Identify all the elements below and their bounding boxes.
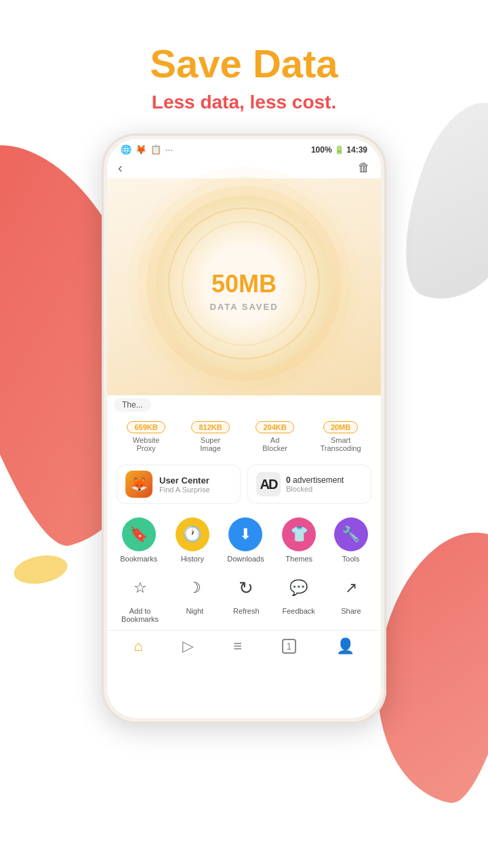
bookmarks-icon: 🔖 — [122, 517, 156, 551]
data-saved-label: DATA SAVED — [209, 302, 278, 312]
bookmarks-label: Bookmarks — [120, 555, 157, 563]
stat-label-super-image: SuperImage — [200, 436, 221, 452]
history-label: History — [181, 555, 204, 563]
status-icon-fox: 🦊 — [136, 144, 146, 155]
feedback-icon: 💬 — [283, 572, 314, 604]
browser-top-bar: ‹ 🗑 — [107, 157, 381, 178]
tab-chip[interactable]: The... — [114, 398, 151, 412]
stat-badge-ad-blocker: 204KB — [256, 421, 293, 433]
stat-badge-super-image: 812KB — [191, 421, 229, 433]
themes-icon: 👕 — [282, 517, 316, 551]
header-area: Save Data Less data, less cost. — [0, 0, 488, 113]
user-center-sub: Find A Surprise — [159, 486, 210, 494]
nav-menu[interactable]: ≡ — [233, 637, 242, 655]
ad-status: Blocked — [286, 485, 344, 493]
action-themes[interactable]: 👕 Themes — [282, 517, 316, 563]
tools-label: Tools — [342, 555, 360, 563]
data-saved-area: 50MB DATA SAVED — [107, 178, 381, 395]
phone-screen: 🌐 🦊 📋 ··· 100% 🔋 14:39 ‹ 🗑 50MB DAT — [107, 139, 381, 718]
downloads-icon: ⬇ — [228, 517, 262, 551]
downloads-label: Downloads — [227, 555, 264, 563]
nav-profile[interactable]: 👤 — [336, 637, 354, 655]
history-icon: 🕐 — [176, 517, 209, 551]
ad-count: 0 advertisement — [286, 475, 344, 485]
brush-stroke-top-right — [382, 90, 488, 318]
share-icon: ↗ — [336, 572, 367, 604]
back-button[interactable]: ‹ — [118, 160, 123, 176]
secondary-actions: ☆ Add toBookmarks ☽ Night ↻ Refresh 💬 Fe… — [107, 567, 381, 631]
stat-super-image: 812KB SuperImage — [191, 421, 229, 452]
action-history[interactable]: 🕐 History — [176, 517, 209, 563]
sec-share[interactable]: ↗ Share — [336, 572, 367, 623]
stat-smart-transcoding: 20MB SmartTranscoding — [320, 421, 361, 452]
action-bookmarks[interactable]: 🔖 Bookmarks — [120, 517, 157, 563]
data-amount: 50MB — [211, 256, 277, 299]
user-center-card[interactable]: 🦊 User Center Find A Surprise — [117, 465, 241, 504]
sec-night[interactable]: ☽ Night — [179, 572, 210, 623]
page-title: Save Data — [0, 41, 488, 86]
refresh-icon: ↻ — [230, 572, 262, 604]
sec-refresh[interactable]: ↻ Refresh — [230, 572, 262, 623]
status-bar-left: 🌐 🦊 📋 ··· — [121, 144, 173, 155]
phone-frame: 🌐 🦊 📋 ··· 100% 🔋 14:39 ‹ 🗑 50MB DAT — [102, 134, 386, 724]
tools-icon: 🔧 — [334, 517, 368, 551]
stat-label-website-proxy: WebsiteProxy — [133, 436, 160, 452]
user-center-name: User Center — [159, 475, 210, 486]
trash-button[interactable]: 🗑 — [358, 161, 370, 175]
stat-badge-smart-transcoding: 20MB — [323, 421, 358, 433]
data-saved-circle: 50MB DATA SAVED — [156, 195, 332, 372]
stat-label-ad-blocker: AdBlocker — [262, 436, 287, 452]
stat-badge-website-proxy: 659KB — [127, 421, 165, 433]
ad-icon: AD — [256, 472, 281, 496]
ad-info: 0 advertisement Blocked — [286, 475, 344, 493]
add-bookmarks-icon: ☆ — [125, 572, 156, 604]
feedback-label: Feedback — [282, 607, 314, 615]
nav-home[interactable]: ⌂ — [134, 637, 142, 655]
ad-block-card[interactable]: AD 0 advertisement Blocked — [247, 465, 371, 504]
sec-feedback[interactable]: 💬 Feedback — [282, 572, 314, 623]
night-label: Night — [186, 607, 203, 615]
phone-mockup: 🌐 🦊 📋 ··· 100% 🔋 14:39 ‹ 🗑 50MB DAT — [102, 134, 386, 724]
status-bar-right: 100% 🔋 14:39 — [311, 145, 367, 155]
stat-label-smart-transcoding: SmartTranscoding — [320, 436, 361, 452]
stats-row: 659KB WebsiteProxy 812KB SuperImage 204K… — [107, 412, 381, 455]
data-unit: MB — [239, 270, 277, 298]
status-bar: 🌐 🦊 📋 ··· 100% 🔋 14:39 — [107, 139, 381, 157]
user-info: User Center Find A Surprise — [159, 475, 210, 494]
status-icon-browser: 🌐 — [121, 144, 131, 155]
brush-stroke-small — [12, 551, 70, 587]
nav-play[interactable]: ▷ — [182, 637, 194, 655]
bottom-nav: ⌂ ▷ ≡ 1 👤 — [107, 631, 381, 665]
share-label: Share — [341, 607, 361, 615]
action-downloads[interactable]: ⬇ Downloads — [227, 517, 264, 563]
stat-ad-blocker: 204KB AdBlocker — [256, 421, 293, 452]
themes-label: Themes — [285, 555, 312, 563]
nav-tabs[interactable]: 1 — [282, 639, 297, 654]
sec-add-bookmarks[interactable]: ☆ Add toBookmarks — [121, 572, 159, 623]
refresh-label: Refresh — [233, 607, 260, 615]
night-icon: ☽ — [179, 572, 210, 604]
status-icon-flip: 📋 — [150, 144, 161, 155]
quick-actions: 🔖 Bookmarks 🕐 History ⬇ Downloads 👕 Them… — [107, 511, 381, 567]
action-tools[interactable]: 🔧 Tools — [334, 517, 368, 563]
user-avatar: 🦊 — [125, 471, 152, 498]
status-icon-more: ··· — [165, 144, 173, 155]
page-subtitle: Less data, less cost. — [0, 92, 488, 113]
stat-website-proxy: 659KB WebsiteProxy — [127, 421, 165, 452]
tabs-partial: The... — [107, 395, 381, 412]
add-bookmarks-label: Add toBookmarks — [121, 607, 159, 623]
user-row: 🦊 User Center Find A Surprise AD 0 adver… — [107, 458, 381, 511]
